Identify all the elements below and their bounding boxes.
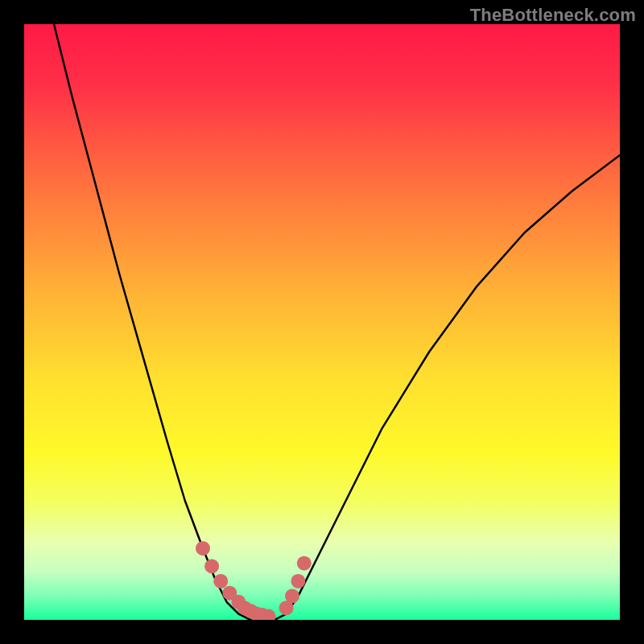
chart-frame: TheBottleneck.com	[0, 0, 644, 644]
left-marker-cluster-dot	[213, 574, 228, 588]
left-marker-cluster-dot	[196, 541, 210, 555]
left-marker-cluster-dot	[204, 559, 219, 573]
curve-layer	[24, 24, 620, 620]
right-marker-cluster-dot	[291, 574, 305, 588]
right-marker-cluster-dot	[297, 556, 312, 571]
bottleneck-curve-left	[54, 24, 238, 614]
watermark-text: TheBottleneck.com	[470, 5, 636, 26]
bottleneck-curve-right	[287, 155, 620, 614]
right-marker-cluster-dot	[285, 588, 299, 603]
plot-area	[24, 24, 620, 620]
